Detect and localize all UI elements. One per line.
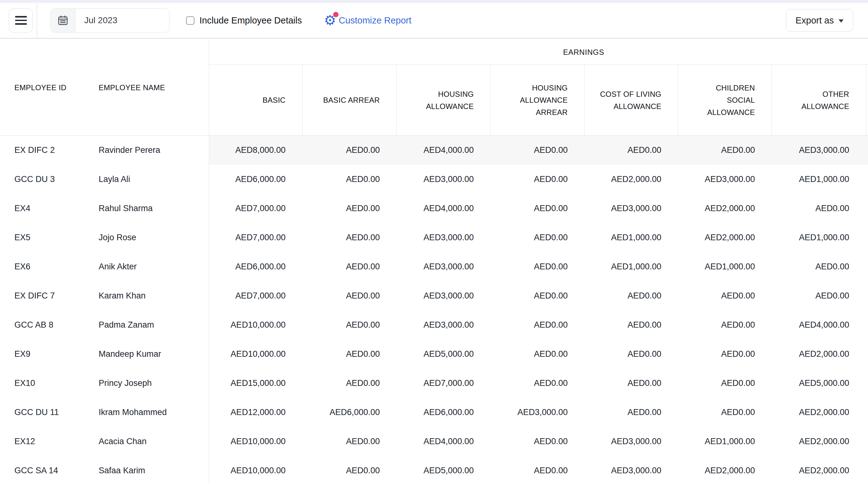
table-row: GCC DU 3Layla AliAED6,000.00AED0.00AED3,… (0, 165, 868, 194)
include-details-control: Include Employee Details (186, 16, 302, 26)
amount-cell: AED0.00 (584, 398, 678, 427)
amount-cell: AED0.00 (490, 427, 584, 456)
amount-cell-partial (866, 427, 868, 456)
column-header-other-allowance: OTHERALLOWANCE (772, 65, 866, 135)
month-picker[interactable]: Jul 2023 (51, 8, 169, 33)
amount-cell: AED0.00 (678, 369, 772, 398)
amount-cell: AED3,000.00 (584, 427, 678, 456)
employee-name-cell: Karam Khan (85, 281, 209, 310)
amount-cell-partial (866, 223, 868, 252)
employee-name-cell: Layla Ali (85, 165, 209, 194)
amount-cell: AED3,000.00 (396, 281, 490, 310)
amount-cell: AED0.00 (302, 194, 396, 223)
column-header-housing-allowance-arrear: HOUSINGALLOWANCEARREAR (490, 65, 584, 135)
amount-cell: AED7,000.00 (209, 281, 302, 310)
amount-cell: AED2,000.00 (584, 165, 678, 194)
amount-cell: AED0.00 (678, 398, 772, 427)
amount-cell: AED0.00 (302, 339, 396, 369)
amount-cell: AED4,000.00 (772, 310, 866, 339)
amount-cell: AED5,000.00 (772, 369, 866, 398)
amount-cell: AED6,000.00 (209, 165, 302, 194)
table-row: EX5Jojo RoseAED7,000.00AED0.00AED3,000.0… (0, 223, 868, 252)
employee-id-cell: GCC DU 11 (0, 398, 85, 427)
amount-cell: AED1,000.00 (584, 252, 678, 281)
employee-id-cell: EX12 (0, 427, 85, 456)
column-header-housing-allowance: HOUSINGALLOWANCE (396, 65, 490, 135)
amount-cell: AED3,000.00 (584, 456, 678, 483)
amount-cell: AED2,000.00 (772, 427, 866, 456)
amount-cell: AED0.00 (302, 456, 396, 483)
employee-id-cell: EX10 (0, 369, 85, 398)
include-details-checkbox[interactable] (186, 16, 194, 25)
amount-cell: AED10,000.00 (209, 456, 302, 483)
hamburger-icon (15, 16, 27, 25)
export-button[interactable]: Export as (786, 9, 854, 32)
amount-cell-partial (866, 369, 868, 398)
amount-cell: AED8,000.00 (209, 135, 302, 165)
amount-cell: AED0.00 (490, 310, 584, 339)
amount-cell: AED5,000.00 (396, 456, 490, 483)
amount-cell: AED3,000.00 (584, 194, 678, 223)
amount-cell: AED1,000.00 (584, 223, 678, 252)
employee-name-cell: Ravinder Perera (85, 135, 209, 165)
amount-cell-partial (866, 165, 868, 194)
employee-name-cell: Rahul Sharma (85, 194, 209, 223)
amount-cell: AED0.00 (302, 369, 396, 398)
amount-cell-partial (866, 194, 868, 223)
amount-cell: AED2,000.00 (772, 456, 866, 483)
caret-down-icon (839, 20, 844, 23)
table-row: EX12Acacia ChanAED10,000.00AED0.00AED4,0… (0, 427, 868, 456)
amount-cell: AED0.00 (584, 369, 678, 398)
employee-name-cell: Anik Akter (85, 252, 209, 281)
amount-cell: AED0.00 (490, 456, 584, 483)
amount-cell: AED0.00 (302, 427, 396, 456)
amount-cell: AED0.00 (772, 194, 866, 223)
table-row: EX DIFC 7Karam KhanAED7,000.00AED0.00AED… (0, 281, 868, 310)
amount-cell: AED0.00 (302, 165, 396, 194)
amount-cell: AED3,000.00 (678, 165, 772, 194)
menu-button[interactable] (9, 8, 33, 33)
toolbar: Jul 2023 Include Employee Details ⚙ Cust… (0, 3, 868, 39)
amount-cell: AED0.00 (490, 281, 584, 310)
amount-cell: AED7,000.00 (396, 369, 490, 398)
amount-cell: AED0.00 (772, 281, 866, 310)
employee-name-cell: Jojo Rose (85, 223, 209, 252)
amount-cell: AED0.00 (584, 281, 678, 310)
amount-cell: AED0.00 (490, 223, 584, 252)
amount-cell: AED1,000.00 (678, 252, 772, 281)
report-table-viewport: EMPLOYEE ID EMPLOYEE NAME EARNINGS BASIC… (0, 40, 868, 483)
table-row: GCC AB 8Padma ZanamAED10,000.00AED0.00AE… (0, 310, 868, 339)
amount-cell-partial (866, 339, 868, 369)
table-row: GCC SA 14Safaa KarimAED10,000.00AED0.00A… (0, 456, 868, 483)
amount-cell: AED0.00 (302, 252, 396, 281)
employee-id-cell: EX DIFC 2 (0, 135, 85, 165)
include-details-label: Include Employee Details (199, 16, 302, 26)
employee-id-cell: GCC SA 14 (0, 456, 85, 483)
amount-cell: AED0.00 (490, 339, 584, 369)
employee-id-cell: EX4 (0, 194, 85, 223)
top-strip (0, 0, 868, 3)
amount-cell: AED0.00 (490, 135, 584, 165)
column-header-partial (866, 65, 868, 135)
amount-cell: AED3,000.00 (490, 398, 584, 427)
employee-id-cell: EX5 (0, 223, 85, 252)
amount-cell: AED3,000.00 (396, 165, 490, 194)
amount-cell-partial (866, 398, 868, 427)
amount-cell: AED5,000.00 (396, 339, 490, 369)
amount-cell-partial (866, 252, 868, 281)
employee-name-cell: Acacia Chan (85, 427, 209, 456)
amount-cell: AED6,000.00 (302, 398, 396, 427)
amount-cell: AED0.00 (302, 310, 396, 339)
column-header-cost-of-living-allowance: COST OF LIVINGALLOWANCE (584, 65, 678, 135)
amount-cell: AED6,000.00 (396, 398, 490, 427)
amount-cell-partial (866, 135, 868, 165)
employee-id-cell: EX9 (0, 339, 85, 369)
amount-cell: AED10,000.00 (209, 310, 302, 339)
amount-cell: AED0.00 (490, 165, 584, 194)
amount-cell: AED3,000.00 (396, 252, 490, 281)
amount-cell: AED1,000.00 (678, 427, 772, 456)
amount-cell: AED2,000.00 (772, 339, 866, 369)
employee-name-cell: Safaa Karim (85, 456, 209, 483)
customize-report-link[interactable]: ⚙ Customize Report (324, 13, 411, 27)
amount-cell: AED7,000.00 (209, 223, 302, 252)
